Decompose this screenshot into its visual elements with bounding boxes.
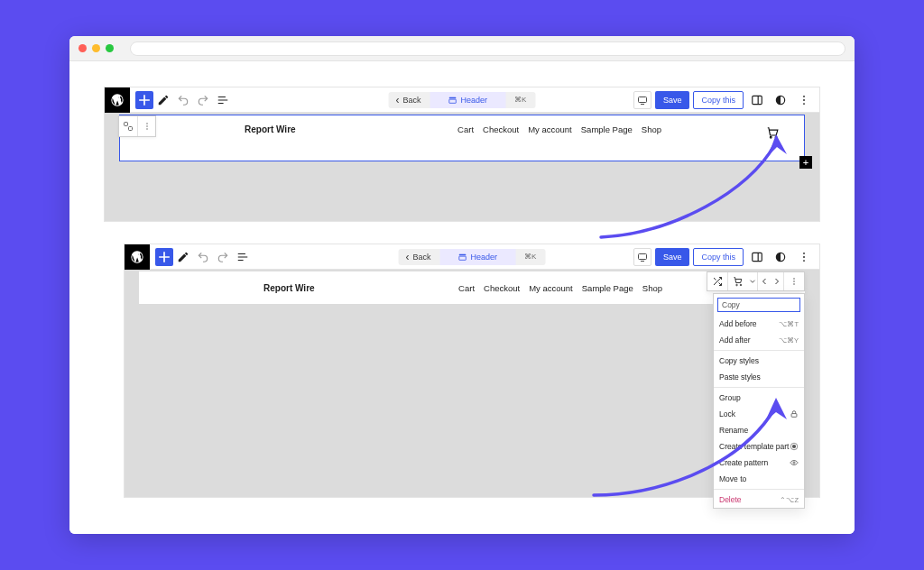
url-bar[interactable] — [130, 41, 845, 56]
cart-icon[interactable] — [766, 126, 779, 139]
svg-point-4 — [803, 95, 805, 97]
more-options-icon[interactable] — [794, 247, 814, 267]
menu-search-input[interactable]: Copy — [717, 298, 800, 312]
svg-rect-26 — [791, 414, 797, 418]
nav-item[interactable]: Sample Page — [582, 283, 633, 293]
nav-item[interactable]: Cart — [457, 124, 474, 134]
close-dot[interactable] — [79, 44, 87, 52]
nav-item[interactable]: Sample Page — [581, 124, 633, 134]
list-view-icon[interactable] — [213, 90, 233, 110]
menu-create-pattern[interactable]: Create pattern — [714, 455, 804, 471]
styles-icon[interactable] — [771, 90, 790, 110]
sidebar-toggle-icon[interactable] — [747, 90, 767, 110]
device-preview-icon[interactable] — [633, 91, 651, 109]
more-options-icon[interactable] — [794, 90, 814, 110]
header-template-part[interactable]: Report Wire Cart Checkout My account Sam… — [139, 271, 805, 304]
svg-rect-2 — [638, 97, 646, 102]
move-right-icon[interactable] — [771, 272, 783, 290]
breadcrumb-label: Header — [471, 253, 498, 262]
svg-point-24 — [793, 280, 794, 281]
svg-rect-14 — [459, 253, 467, 255]
menu-copy-styles[interactable]: Copy styles — [714, 353, 804, 369]
svg-rect-17 — [753, 253, 762, 261]
append-block-button[interactable]: + — [799, 156, 812, 169]
nav-item[interactable]: Shop — [642, 283, 662, 293]
svg-rect-1 — [449, 99, 457, 103]
edit-icon[interactable] — [153, 90, 173, 110]
svg-point-6 — [803, 103, 805, 105]
svg-point-18 — [803, 252, 805, 253]
minimize-dot[interactable] — [92, 44, 100, 52]
menu-lock[interactable]: Lock — [714, 406, 804, 422]
block-toolbar[interactable] — [707, 271, 805, 291]
redo-icon[interactable] — [193, 90, 213, 110]
undo-icon[interactable] — [173, 90, 193, 110]
editor-screenshot-2: Back Header ⌘K Save Copy this — [124, 244, 820, 498]
template-breadcrumb[interactable]: Back Header ⌘K — [389, 92, 536, 108]
block-type-icon[interactable] — [119, 116, 137, 136]
insert-block-button[interactable] — [155, 248, 173, 266]
menu-paste-styles[interactable]: Paste styles — [714, 369, 804, 385]
nav-item[interactable]: Checkout — [484, 283, 520, 293]
editor-canvas-1[interactable]: Report Wire Cart Checkout My account Sam… — [105, 113, 819, 221]
save-button[interactable]: Save — [655, 248, 690, 266]
copy-this-button[interactable]: Copy this — [693, 91, 744, 109]
block-more-icon[interactable] — [137, 116, 155, 136]
block-more-icon[interactable] — [784, 272, 804, 290]
breadcrumb-back[interactable]: Back — [399, 251, 440, 263]
svg-rect-3 — [753, 96, 762, 104]
wordpress-logo[interactable] — [125, 244, 150, 270]
menu-rename[interactable]: Rename — [714, 422, 804, 438]
menu-group[interactable]: Group — [714, 390, 804, 406]
save-button[interactable]: Save — [655, 91, 690, 109]
svg-point-23 — [793, 278, 794, 279]
template-breadcrumb[interactable]: Back Header ⌘K — [399, 249, 546, 265]
menu-delete[interactable]: Delete⌃⌥Z — [714, 492, 804, 508]
menu-create-template-part[interactable]: Create template part — [714, 438, 804, 455]
nav-item[interactable]: My account — [528, 124, 572, 134]
nav-item[interactable]: Shop — [642, 124, 661, 134]
editor-toolbar: Back Header ⌘K Save Copy this — [125, 244, 819, 270]
menu-add-after[interactable]: Add after⌥⌘Y — [714, 332, 804, 348]
menu-add-before[interactable]: Add before⌥⌘T — [714, 316, 804, 332]
breadcrumb-back[interactable]: Back — [389, 94, 430, 106]
block-handle[interactable] — [118, 115, 156, 137]
nav-item[interactable]: Cart — [458, 283, 475, 293]
header-template-part[interactable]: Report Wire Cart Checkout My account Sam… — [119, 115, 805, 161]
breadcrumb-current[interactable]: Header — [430, 92, 506, 108]
styles-icon[interactable] — [771, 247, 790, 267]
svg-point-13 — [775, 136, 777, 138]
chevron-down-icon[interactable] — [748, 272, 757, 290]
breadcrumb-label: Header — [461, 96, 488, 105]
list-view-icon[interactable] — [233, 247, 253, 267]
nav-item[interactable]: My account — [529, 283, 573, 293]
svg-point-19 — [803, 256, 805, 258]
nav-item[interactable]: Checkout — [483, 124, 519, 134]
block-shuffle-icon[interactable] — [707, 272, 727, 290]
svg-point-29 — [793, 462, 795, 464]
redo-icon[interactable] — [213, 247, 233, 267]
wordpress-logo[interactable] — [105, 87, 130, 113]
insert-block-button[interactable] — [135, 91, 153, 109]
breadcrumb-current[interactable]: Header — [440, 249, 516, 265]
site-title[interactable]: Report Wire — [263, 283, 315, 293]
svg-point-12 — [770, 136, 772, 138]
move-left-icon[interactable] — [758, 272, 771, 290]
edit-icon[interactable] — [173, 247, 193, 267]
sidebar-toggle-icon[interactable] — [747, 247, 767, 267]
copy-this-button[interactable]: Copy this — [693, 248, 744, 266]
editor-screenshot-1: Back Header ⌘K Save Copy this — [104, 87, 820, 222]
svg-point-5 — [803, 99, 805, 101]
editor-canvas-2[interactable]: Report Wire Cart Checkout My account Sam… — [125, 270, 819, 497]
device-preview-icon[interactable] — [633, 248, 651, 266]
svg-rect-15 — [459, 256, 467, 260]
nav-menu[interactable]: Cart Checkout My account Sample Page Sho… — [457, 124, 661, 134]
site-title[interactable]: Report Wire — [245, 124, 296, 134]
undo-icon[interactable] — [193, 247, 213, 267]
svg-point-25 — [793, 283, 794, 284]
breadcrumb-kbd: ⌘K — [515, 253, 545, 261]
maximize-dot[interactable] — [106, 44, 114, 52]
menu-move-to[interactable]: Move to — [714, 471, 804, 487]
nav-menu[interactable]: Cart Checkout My account Sample Page Sho… — [458, 283, 662, 293]
mini-cart-icon[interactable] — [728, 272, 748, 290]
